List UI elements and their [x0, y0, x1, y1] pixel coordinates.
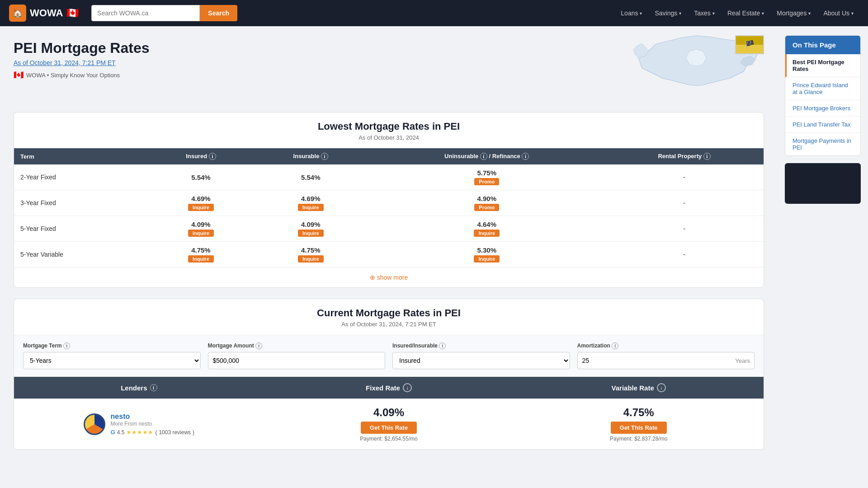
filter-row: Mortgage Term i 5-Years 3-Years 2-Years … [14, 335, 764, 377]
lowest-rates-card: Lowest Mortgage Rates in PEI As of Octob… [14, 112, 764, 288]
show-more-button[interactable]: ⊕ show more [14, 267, 764, 287]
nesto-more-link[interactable]: More From nesto [111, 421, 195, 427]
amount-info-icon[interactable]: i [255, 343, 262, 349]
insured-filter-info-icon[interactable]: i [439, 343, 446, 349]
amort-input-group: Years [577, 352, 755, 369]
insured-badge[interactable]: Inquire [188, 204, 214, 211]
toc-item-0[interactable]: Best PEI Mortgage Rates [785, 54, 860, 77]
nesto-name[interactable]: nesto [111, 413, 195, 421]
nesto-fixed-get-rate-btn[interactable]: Get This Rate [361, 422, 417, 434]
show-more-icon: ⊕ [370, 274, 375, 281]
toc-header: On This Page [785, 36, 860, 54]
uninsurable-cell: 4.90% Promo [368, 190, 605, 216]
fixed-rate-col-header: Fixed Rate ↓ [264, 377, 514, 399]
nesto-variable-cell: 4.75% Get This Rate Payment: $2,837.28/m… [514, 399, 764, 449]
toc-item-2[interactable]: PEI Mortgage Brokers [785, 100, 860, 117]
col-rental: Rental Property i [605, 148, 764, 164]
show-more-label: show more [377, 274, 408, 281]
nav-savings[interactable]: Savings ▾ [649, 0, 687, 26]
lenders-header-info-icon[interactable]: i [150, 384, 157, 391]
lowest-rates-title: Lowest Mortgage Rates in PEI [14, 113, 764, 134]
canada-map: 🏴 [628, 31, 764, 99]
rental-cell: - [605, 164, 764, 190]
col-term: Term [14, 148, 149, 164]
amort-info-icon[interactable]: i [612, 343, 618, 349]
term-info-icon[interactable]: i [63, 343, 70, 349]
rental-cell: - [605, 190, 764, 216]
nesto-reviews: ( [155, 429, 157, 436]
rental-cell: - [605, 242, 764, 267]
search-form: Search [91, 5, 237, 21]
insurable-cell: 4.69% Inquire [253, 190, 368, 216]
insured-filter-label: Insured/Insurable i [392, 343, 570, 349]
lender-nesto-info: nesto More From nesto G 4.5 ★★★★★ (1003 … [14, 399, 264, 449]
variable-rate-sort-icon[interactable]: ↓ [657, 383, 666, 392]
nesto-variable-get-rate-btn[interactable]: Get This Rate [611, 422, 667, 434]
nav-taxes[interactable]: Taxes ▾ [689, 0, 720, 26]
nesto-rating: G 4.5 ★★★★★ (1003 reviews) [111, 429, 195, 436]
tagline-text: WOWA • Simply Know Your Options [26, 72, 120, 79]
hero-date[interactable]: As of October 31, 2024, 7:21 PM ET [14, 59, 150, 66]
refinance-info-icon[interactable]: i [522, 153, 529, 160]
page-layout: PEI Mortgage Rates As of October 31, 202… [0, 26, 868, 479]
navbar: 🏠 WOWA 🇨🇦 Search Loans ▾ Savings ▾ Taxes… [0, 0, 868, 26]
amort-input[interactable] [577, 352, 755, 369]
uninsurable-badge[interactable]: Inquire [474, 255, 500, 263]
term-select[interactable]: 5-Years 3-Years 2-Years [23, 352, 201, 369]
insured-badge[interactable]: Inquire [188, 255, 214, 263]
nav-links: Loans ▾ Savings ▾ Taxes ▾ Real Estate ▾ … [615, 0, 859, 26]
insured-select[interactable]: Insured Insurable Uninsurable [392, 352, 570, 369]
toc-item-4[interactable]: Mortgage Payments in PEI [785, 133, 860, 155]
term-cell: 5-Year Fixed [14, 216, 149, 242]
logo-link[interactable]: 🏠 WOWA 🇨🇦 [9, 5, 79, 22]
amount-filter: Mortgage Amount i [208, 343, 386, 369]
col-insured: Insured i [149, 148, 253, 164]
uninsurable-badge[interactable]: Promo [474, 178, 499, 185]
rental-info-icon[interactable]: i [703, 153, 711, 160]
insurable-cell: 4.75% Inquire [253, 242, 368, 267]
page-title: PEI Mortgage Rates [14, 40, 150, 56]
insured-cell: 4.69% Inquire [149, 190, 253, 216]
taxes-chevron: ▾ [712, 11, 715, 16]
search-input[interactable] [91, 5, 200, 21]
nav-mortgages[interactable]: Mortgages ▾ [771, 0, 816, 26]
uninsurable-info-icon[interactable]: i [480, 153, 487, 160]
lender-nesto-row: nesto More From nesto G 4.5 ★★★★★ (1003 … [14, 399, 764, 449]
sidebar: On This Page Best PEI Mortgage RatesPrin… [778, 26, 868, 479]
toc-items: Best PEI Mortgage RatesPrince Edward Isl… [785, 54, 860, 155]
search-button[interactable]: Search [200, 5, 237, 21]
nesto-stars: ★★★★★ [126, 429, 153, 436]
insured-cell: 4.09% Inquire [149, 216, 253, 242]
insured-cell: 5.54% [149, 164, 253, 190]
uninsurable-cell: 5.75% Promo [368, 164, 605, 190]
uninsurable-badge[interactable]: Promo [474, 204, 499, 211]
nav-about-us[interactable]: About Us ▾ [818, 0, 859, 26]
current-rates-subtitle: As of October 31, 2024, 7:21 PM ET [14, 321, 764, 335]
toc-item-1[interactable]: Prince Edward Island at a Glance [785, 77, 860, 100]
lender-info-group: nesto More From nesto G 4.5 ★★★★★ (1003 … [84, 413, 195, 436]
amort-filter: Amortization i Years [577, 343, 755, 369]
lenders-col-header: Lenders i [14, 377, 264, 399]
nesto-fixed-payment: Payment: $2,654.55/mo [360, 436, 417, 442]
mortgages-chevron: ▾ [808, 11, 811, 16]
insurable-badge[interactable]: Inquire [298, 204, 324, 211]
pei-flag: 🏴 [735, 35, 764, 54]
nav-real-estate[interactable]: Real Estate ▾ [722, 0, 769, 26]
nav-loans[interactable]: Loans ▾ [615, 0, 647, 26]
insurable-info-icon[interactable]: i [321, 153, 328, 160]
uninsurable-badge[interactable]: Inquire [474, 230, 500, 237]
nesto-fixed-rate: 4.09% [373, 406, 404, 419]
insured-info-icon[interactable]: i [209, 153, 216, 160]
insurable-badge[interactable]: Inquire [298, 230, 324, 237]
hero-tagline: 🇨🇦 WOWA • Simply Know Your Options [14, 70, 150, 80]
insurable-cell: 4.09% Inquire [253, 216, 368, 242]
toc-item-3[interactable]: PEI Land Transfer Tax [785, 117, 860, 133]
term-cell: 2-Year Fixed [14, 164, 149, 190]
savings-chevron: ▾ [679, 11, 681, 16]
insured-badge[interactable]: Inquire [188, 230, 214, 237]
amount-label: Mortgage Amount i [208, 343, 386, 349]
fixed-rate-sort-icon[interactable]: ↓ [403, 383, 412, 392]
amount-input[interactable] [208, 352, 386, 369]
insurable-badge[interactable]: Inquire [298, 255, 324, 263]
real-estate-chevron: ▾ [762, 11, 764, 16]
